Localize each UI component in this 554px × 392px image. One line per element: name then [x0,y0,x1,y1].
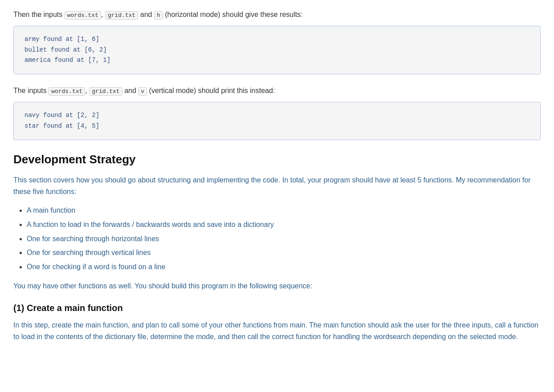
list-item-5-text: One for checking if a word is found on a… [27,263,165,271]
words-txt-code-1: words.txt [65,11,101,20]
functions-list: A main function A function to load in th… [27,205,541,272]
code-line-v1: navy found at [2, 2] [24,110,530,121]
intro1-and: and [138,11,154,18]
code-line-v2: star found at [4, 5] [24,121,530,132]
grid-txt-code-1: grid.txt [105,11,138,20]
code-block-vertical: navy found at [2, 2] star found at [4, 5… [13,102,541,140]
list-item-2: A function to load in the forwards / bac… [27,219,541,230]
code-line-1: army found at [1, 6] [24,34,530,45]
intro-paragraph-1: Then the inputs words.txt, grid.txt and … [13,9,541,20]
code-line-2: bullet found at [6, 2] [24,45,530,56]
list-item-3-text: One for searching through horizontal lin… [27,235,159,242]
code-line-3: america found at [7, 1] [24,55,530,66]
h-code-1: h [154,11,163,20]
list-item-1-text: A main function [27,206,75,214]
grid-txt-code-2: grid.txt [89,87,122,96]
v-code-1: v [138,87,147,96]
list-item-5: One for checking if a word is found on a… [27,261,541,273]
intro1-comma: , [101,11,103,18]
step1-description: In this step, create the main function, … [13,319,541,343]
list-item-4: One for searching through vertical lines [27,247,541,259]
list-item-2-text: A function to load in the forwards / bac… [27,221,274,228]
code-block-horizontal: army found at [1, 6] bullet found at [6,… [13,26,541,74]
intro2-after: (vertical mode) should print this instea… [147,87,275,94]
section-description: This section covers how you should go ab… [13,174,541,198]
intro2-and: and [122,87,138,94]
intro1-after: (horizontal mode) should give these resu… [163,11,303,18]
step1-heading: (1) Create a main function [13,303,541,313]
list-item-3: One for searching through horizontal lin… [27,233,541,245]
section-development-strategy-heading: Development Strategy [13,153,541,166]
sequence-paragraph: You may have other functions as well. Yo… [13,280,541,292]
intro-paragraph-2: The inputs words.txt, grid.txt and v (ve… [13,85,541,97]
words-txt-code-2: words.txt [49,87,85,96]
intro2-before: The inputs [13,87,49,94]
intro1-before: Then the inputs [13,11,65,18]
list-item-4-text: One for searching through vertical lines [27,249,151,256]
list-item-1: A main function [27,205,541,216]
intro2-comma: , [85,87,87,94]
